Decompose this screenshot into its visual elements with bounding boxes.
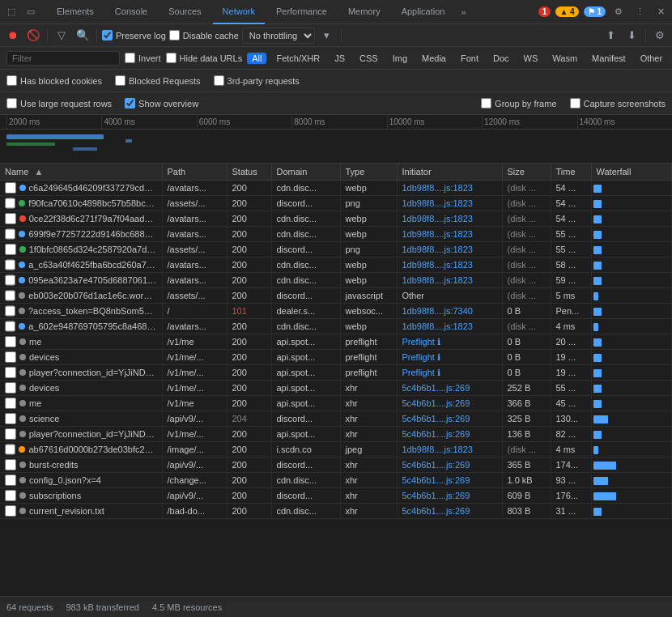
col-header-status[interactable]: Status — [227, 164, 271, 181]
table-row[interactable]: 095ea3623a7e4705d6887061a9... /avatars..… — [0, 273, 672, 288]
row-checkbox[interactable] — [5, 474, 16, 486]
table-row[interactable]: eb003e20b076d1ac1e6c.worker... /assets/.… — [0, 288, 672, 304]
row-checkbox[interactable] — [5, 336, 16, 347]
third-party-checkbox[interactable]: 3rd-party requests — [214, 75, 300, 86]
filter-font[interactable]: Font — [456, 53, 483, 64]
table-row[interactable]: a_602e948769705795c8a468dc... /avatars..… — [0, 319, 672, 334]
invert-checkbox[interactable]: Invert — [125, 53, 161, 63]
preserve-log-checkbox[interactable]: Preserve log — [102, 30, 166, 40]
initiator-link[interactable]: 5c4b6b1....js:269 — [402, 429, 470, 439]
col-header-waterfall[interactable]: Waterfall — [591, 164, 672, 181]
close-devtools-icon[interactable]: ✕ — [653, 4, 669, 20]
initiator-link[interactable]: 1db98f8....js:1823 — [402, 245, 473, 254]
blocked-cookies-checkbox[interactable]: Has blocked cookies — [6, 75, 102, 86]
initiator-link[interactable]: 1db98f8....js:1823 — [402, 214, 473, 223]
table-row[interactable]: burst-credits /api/v9/...200discord...xh… — [0, 457, 672, 473]
col-header-size[interactable]: Size — [502, 164, 551, 181]
row-checkbox[interactable] — [5, 244, 16, 255]
row-checkbox[interactable] — [5, 305, 15, 317]
tab-more[interactable]: » — [456, 7, 470, 17]
table-row[interactable]: 699f9e77257222d9146bc688e4... /avatars..… — [0, 227, 672, 242]
initiator-link[interactable]: 1db98f8....js:1823 — [402, 275, 473, 285]
tab-application[interactable]: Application — [392, 0, 455, 24]
row-checkbox[interactable] — [5, 490, 16, 501]
initiator-link[interactable]: 5c4b6b1....js:269 — [402, 475, 470, 485]
tab-console[interactable]: Console — [105, 0, 157, 24]
row-checkbox[interactable] — [5, 182, 16, 194]
row-checkbox[interactable] — [5, 274, 15, 286]
table-row[interactable]: player?connection_id=YjJiNDU... /v1/me/.… — [0, 427, 672, 442]
tab-performance[interactable]: Performance — [266, 0, 337, 24]
col-header-type[interactable]: Type — [340, 164, 397, 181]
hide-data-checkbox[interactable]: Hide data URLs — [166, 53, 243, 63]
row-checkbox[interactable] — [5, 290, 15, 301]
row-checkbox[interactable] — [5, 321, 15, 332]
table-row[interactable]: a_c63a40f4625fba6bcd260a7ed... /avatars.… — [0, 257, 672, 273]
network-table-container[interactable]: Name ▲ Path Status Domain Type Initiator… — [0, 164, 672, 596]
throttle-dropdown[interactable]: ▾ — [318, 27, 336, 45]
filter-media[interactable]: Media — [417, 53, 451, 64]
upload-icon[interactable]: ⬆ — [602, 27, 619, 45]
filter-wasm[interactable]: Wasm — [547, 53, 582, 64]
initiator-link[interactable]: 5c4b6b1....js:269 — [402, 491, 470, 500]
filter-input[interactable] — [6, 51, 120, 66]
table-row[interactable]: subscriptions /api/v9/...200discord...xh… — [0, 488, 672, 504]
timeline-chart[interactable] — [0, 130, 672, 164]
table-row[interactable]: me /v1/me200api.spot...preflightPrefligh… — [0, 334, 672, 350]
filter-icon[interactable]: ▽ — [53, 27, 70, 45]
row-checkbox[interactable] — [5, 213, 16, 224]
row-checkbox[interactable] — [5, 413, 16, 424]
filter-css[interactable]: CSS — [355, 53, 383, 64]
row-checkbox[interactable] — [5, 228, 15, 240]
table-row[interactable]: f90fca70610c4898bc57b58bce9... /assets/.… — [0, 196, 672, 211]
initiator-link[interactable]: 5c4b6b1....js:269 — [402, 506, 470, 516]
col-header-time[interactable]: Time — [551, 164, 591, 181]
row-checkbox[interactable] — [5, 428, 16, 440]
timeline-area[interactable]: 2000 ms 4000 ms 6000 ms 8000 ms 10000 ms… — [0, 115, 672, 164]
network-settings-icon[interactable]: ⚙ — [651, 27, 669, 45]
row-checkbox[interactable] — [5, 382, 16, 394]
filter-other[interactable]: Other — [636, 53, 668, 64]
initiator-link[interactable]: 1db98f8....js:1823 — [402, 321, 473, 331]
blocked-requests-checkbox[interactable]: Blocked Requests — [115, 75, 201, 86]
initiator-link[interactable]: 1db98f8....js:1823 — [402, 183, 473, 193]
clear-button[interactable]: 🚫 — [24, 27, 42, 45]
tab-sources[interactable]: Sources — [159, 0, 211, 24]
tab-elements[interactable]: Elements — [47, 0, 104, 24]
tab-memory[interactable]: Memory — [338, 0, 390, 24]
table-row[interactable]: 1f0bfc0865d324c2587920a7d8... /assets/..… — [0, 242, 672, 257]
col-header-initiator[interactable]: Initiator — [397, 164, 502, 181]
row-checkbox[interactable] — [5, 259, 15, 270]
table-row[interactable]: current_revision.txt /bad-do...200cdn.di… — [0, 504, 672, 519]
filter-fetch-xhr[interactable]: Fetch/XHR — [271, 53, 325, 64]
initiator-link[interactable]: 5c4b6b1....js:269 — [402, 414, 470, 423]
table-row[interactable]: c6a249645d46209f337279cd2c... /avatars..… — [0, 181, 672, 196]
col-header-path[interactable]: Path — [162, 164, 227, 181]
group-by-frame-checkbox[interactable]: Group by frame — [481, 98, 556, 109]
table-row[interactable]: me /v1/me200api.spot...xhr5c4b6b1....js:… — [0, 396, 672, 411]
filter-ws[interactable]: WS — [519, 53, 543, 64]
initiator-link[interactable]: 1db98f8....js:1823 — [402, 260, 473, 270]
row-checkbox[interactable] — [5, 198, 15, 209]
record-button[interactable]: ⏺ — [3, 27, 21, 45]
inspect-icon[interactable]: ⬚ — [3, 4, 19, 20]
filter-js[interactable]: JS — [330, 53, 350, 64]
filter-manifest[interactable]: Manifest — [587, 53, 631, 64]
row-checkbox[interactable] — [5, 505, 16, 517]
more-options-icon[interactable]: ⋮ — [632, 4, 648, 20]
table-row[interactable]: player?connection_id=YjJiNDU... /v1/me/.… — [0, 365, 672, 381]
initiator-link[interactable]: 5c4b6b1....js:269 — [402, 383, 470, 393]
capture-screenshots-checkbox[interactable]: Capture screenshots — [570, 98, 666, 109]
tab-network[interactable]: Network — [213, 0, 265, 24]
row-checkbox[interactable] — [5, 367, 16, 378]
throttle-select[interactable]: No throttling — [242, 28, 315, 44]
row-checkbox[interactable] — [5, 398, 16, 409]
filter-img[interactable]: Img — [388, 53, 412, 64]
initiator-link[interactable]: 1db98f8....js:7340 — [402, 306, 473, 316]
initiator-link[interactable]: 1db98f8....js:1823 — [402, 198, 473, 208]
show-overview-checkbox[interactable]: Show overview — [125, 98, 198, 109]
row-checkbox[interactable] — [5, 459, 16, 470]
col-header-name[interactable]: Name ▲ — [0, 164, 162, 181]
initiator-link[interactable]: 1db98f8....js:1823 — [402, 229, 473, 239]
filter-doc[interactable]: Doc — [488, 53, 514, 64]
